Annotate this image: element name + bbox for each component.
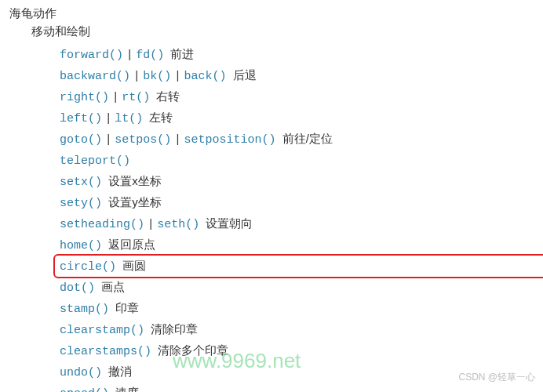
function-link[interactable]: home()	[60, 239, 102, 252]
function-description: 设置朝向	[202, 216, 253, 230]
list-item: undo() 撤消	[60, 361, 543, 383]
function-link[interactable]: stamp()	[60, 303, 109, 316]
separator: |	[146, 216, 155, 230]
list-item: setheading() | seth() 设置朝向	[60, 213, 543, 234]
function-description: 设置x坐标	[105, 174, 162, 187]
function-link[interactable]: clearstamp()	[60, 324, 144, 337]
function-list: forward() | fd() 前进backward() | bk() | b…	[60, 44, 543, 392]
function-link[interactable]: lt()	[115, 112, 143, 125]
list-item: forward() | fd() 前进	[60, 44, 543, 65]
function-link[interactable]: left()	[60, 112, 102, 125]
function-link[interactable]: circle()	[60, 260, 116, 274]
doc-root: 海龟动作 移动和绘制 forward() | fd() 前进backward()…	[0, 0, 543, 392]
separator: |	[173, 132, 182, 145]
function-description: 清除印章	[148, 322, 198, 336]
list-item: setx() 设置x坐标	[60, 171, 543, 192]
separator: |	[173, 68, 182, 82]
function-description: 左转	[146, 111, 173, 124]
function-link[interactable]: speed()	[60, 387, 109, 392]
function-link[interactable]: undo()	[60, 366, 102, 379]
function-description: 设置y坐标	[105, 195, 162, 209]
heading-level-1: 海龟动作	[9, 6, 543, 21]
list-item: clearstamps() 清除多个印章	[60, 340, 543, 361]
function-link[interactable]: right()	[60, 91, 109, 104]
function-link[interactable]: clearstamps()	[60, 345, 151, 358]
function-link[interactable]: dot()	[60, 281, 95, 295]
function-link[interactable]: forward()	[60, 49, 123, 62]
separator: |	[132, 68, 141, 82]
function-link[interactable]: setpos()	[115, 133, 171, 147]
function-link[interactable]: seth()	[157, 218, 199, 231]
function-link[interactable]: setposition()	[184, 133, 276, 147]
list-item: stamp() 印章	[60, 298, 543, 319]
function-description: 撤消	[105, 365, 132, 378]
separator: |	[125, 47, 134, 60]
function-link[interactable]: sety()	[60, 197, 102, 210]
function-description: 清除多个印章	[155, 343, 228, 357]
separator: |	[104, 132, 113, 145]
function-description: 前进	[167, 47, 194, 60]
function-link[interactable]: backward()	[60, 70, 130, 83]
function-description: 右转	[153, 89, 180, 103]
heading-level-2: 移动和绘制	[31, 24, 543, 39]
separator: |	[111, 89, 120, 103]
function-description: 印章	[112, 301, 139, 314]
list-item: sety() 设置y坐标	[60, 192, 543, 213]
function-link[interactable]: bk()	[143, 70, 171, 83]
function-description: 后退	[230, 68, 257, 82]
function-description: 画圆	[119, 259, 146, 272]
function-link[interactable]: goto()	[60, 133, 102, 147]
list-item: backward() | bk() | back() 后退	[60, 65, 543, 86]
function-link[interactable]: setx()	[60, 176, 102, 189]
list-item: clearstamp() 清除印章	[60, 319, 543, 340]
function-link[interactable]: setheading()	[60, 218, 144, 231]
function-description: 返回原点	[105, 238, 155, 251]
separator: |	[104, 111, 113, 124]
list-item: home() 返回原点	[60, 234, 543, 256]
function-description: 画点	[98, 280, 125, 293]
function-description: 前往/定位	[279, 132, 333, 145]
list-item: goto() | setpos() | setposition() 前往/定位	[60, 129, 543, 150]
list-item: speed() 速度	[60, 383, 543, 392]
list-item: teleport()	[60, 150, 543, 171]
list-item: circle() 画圆	[60, 256, 543, 277]
list-item: dot() 画点	[60, 277, 543, 298]
function-link[interactable]: teleport()	[60, 154, 130, 168]
function-link[interactable]: fd()	[136, 49, 164, 62]
function-link[interactable]: back()	[184, 70, 227, 83]
list-item: right() | rt() 右转	[60, 86, 543, 107]
function-description: 速度	[112, 386, 139, 392]
function-link[interactable]: rt()	[122, 91, 150, 104]
list-item: left() | lt() 左转	[60, 107, 543, 129]
